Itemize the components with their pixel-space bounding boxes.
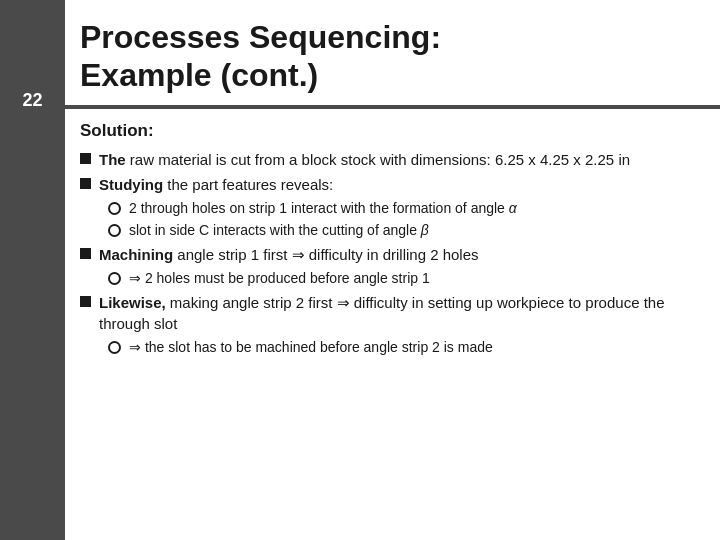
- bullet-icon: [80, 178, 91, 189]
- sub-bullet-text: 2 through holes on strip 1 interact with…: [129, 199, 517, 219]
- list-item: Likewise, making angle strip 2 first ⇒ d…: [80, 292, 700, 334]
- bullet-raw-text: The raw material is cut from a block sto…: [99, 149, 630, 170]
- list-item: Studying the part features reveals:: [80, 174, 700, 195]
- list-item: Machining angle strip 1 first ⇒ difficul…: [80, 244, 700, 265]
- list-item: ⇒ the slot has to be machined before ang…: [108, 338, 700, 358]
- sub-bullet-text: ⇒ the slot has to be machined before ang…: [129, 338, 493, 358]
- title-line2: Example (cont.): [80, 57, 318, 93]
- bullet-icon: [80, 296, 91, 307]
- slide-number: 22: [22, 90, 42, 111]
- list-item: The raw material is cut from a block sto…: [80, 149, 700, 170]
- bullet-studying-text: Studying the part features reveals:: [99, 174, 333, 195]
- list-item: ⇒ 2 holes must be produced before angle …: [108, 269, 700, 289]
- sub-bullet-icon: [108, 341, 121, 354]
- slide-number-bar: 22: [0, 0, 65, 540]
- bullet-icon: [80, 153, 91, 164]
- bullet-likewise-text: Likewise, making angle strip 2 first ⇒ d…: [99, 292, 700, 334]
- list-item: slot in side C interacts with the cuttin…: [108, 221, 700, 241]
- sub-bullet-icon: [108, 272, 121, 285]
- bullet-machining-text: Machining angle strip 1 first ⇒ difficul…: [99, 244, 479, 265]
- sub-bullet-text: ⇒ 2 holes must be produced before angle …: [129, 269, 430, 289]
- bullet-icon: [80, 248, 91, 259]
- slide-title: Processes Sequencing: Example (cont.): [80, 18, 700, 95]
- slide: 22 Processes Sequencing: Example (cont.)…: [0, 0, 720, 540]
- sub-bullet-icon: [108, 224, 121, 237]
- sub-bullet-text: slot in side C interacts with the cuttin…: [129, 221, 429, 241]
- list-item: 2 through holes on strip 1 interact with…: [108, 199, 700, 219]
- sub-bullet-icon: [108, 202, 121, 215]
- content-area: Solution: The raw material is cut from a…: [0, 109, 720, 370]
- solution-label: Solution:: [80, 121, 700, 141]
- title-area: Processes Sequencing: Example (cont.): [0, 0, 720, 105]
- title-line1: Processes Sequencing:: [80, 19, 441, 55]
